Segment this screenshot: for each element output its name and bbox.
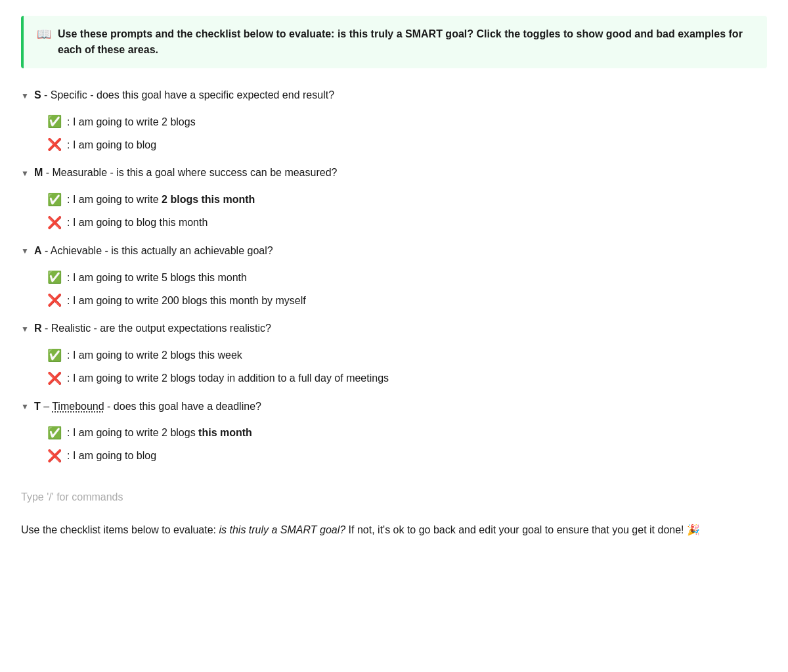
command-input-placeholder[interactable]: Type '/' for commands [21,483,767,511]
section-examples-S: ✅ : I am going to write 2 blogs ❌ : I am… [47,110,767,156]
chevron-icon-S: ▼ [21,91,29,101]
example-text-good-A: : I am going to write 5 blogs this month [67,270,247,286]
chevron-icon-M: ▼ [21,169,29,178]
section-header-R[interactable]: ▼ R - Realistic - are the output expecta… [21,317,767,340]
section-letter-M: M [34,167,43,178]
section-letter-S: S [34,89,41,101]
section-title-S: S - Specific - does this goal have a spe… [34,88,334,102]
section-header-M[interactable]: ▼ M - Measurable - is this a goal where … [21,162,767,184]
section-examples-T: ✅ : I am going to write 2 blogs this mon… [47,422,767,468]
example-good-S: ✅ : I am going to write 2 blogs [47,110,767,133]
bad-icon-M: ❌ [47,214,62,232]
section-header-T[interactable]: ▼ T – Timebound - does this goal have a … [21,395,767,418]
chevron-icon-T: ▼ [21,402,29,411]
good-icon-T: ✅ [47,424,62,442]
chevron-icon-R: ▼ [21,325,29,334]
bad-icon-S: ❌ [47,136,62,154]
section-title-M: M - Measurable - is this a goal where su… [34,166,338,180]
good-icon-R: ✅ [47,347,62,365]
section-title-R: R - Realistic - are the output expectati… [34,321,271,336]
chevron-icon-A: ▼ [21,246,29,256]
example-text-good-T: : I am going to write 2 blogs this month [67,425,252,441]
example-bad-R: ❌ : I am going to write 2 blogs today in… [47,367,767,390]
example-text-good-R: : I am going to write 2 blogs this week [67,347,242,363]
bad-icon-R: ❌ [47,370,62,388]
example-text-bad-M: : I am going to blog this month [67,215,208,231]
smart-section-M: ▼ M - Measurable - is this a goal where … [21,162,767,234]
bottom-text-before: Use the checklist items below to evaluat… [21,524,219,535]
example-good-R: ✅ : I am going to write 2 blogs this wee… [47,344,767,367]
section-letter-R: R [34,323,42,334]
example-bad-S: ❌ : I am going to blog [47,133,767,156]
bad-icon-A: ❌ [47,292,62,309]
smart-sections: ▼ S - Specific - does this goal have a s… [21,84,767,468]
section-title-A: A - Achievable - is this actually an ach… [34,244,273,258]
example-good-T: ✅ : I am going to write 2 blogs this mon… [47,422,767,445]
bold-text-M: 2 blogs this month [162,194,255,205]
section-examples-A: ✅ : I am going to write 5 blogs this mon… [47,266,767,312]
example-text-good-M: : I am going to write 2 blogs this month [67,192,255,208]
smart-section-T: ▼ T – Timebound - does this goal have a … [21,395,767,468]
section-letter-A: A [34,245,42,256]
bottom-text-after: If not, it's ok to go back and edit your… [345,524,700,535]
section-title-T: T – Timebound - does this goal have a de… [34,399,261,414]
callout-box: 📖 Use these prompts and the checklist be… [21,16,767,68]
callout-icon: 📖 [37,27,51,41]
good-icon-M: ✅ [47,191,62,209]
good-icon-A: ✅ [47,269,62,286]
bottom-text: Use the checklist items below to evaluat… [21,522,767,539]
smart-section-A: ▼ A - Achievable - is this actually an a… [21,240,767,312]
example-bad-M: ❌ : I am going to blog this month [47,212,767,235]
callout-text: Use these prompts and the checklist belo… [58,26,754,58]
example-text-bad-R: : I am going to write 2 blogs today in a… [67,370,389,386]
bottom-text-italic: is this truly a SMART goal? [219,524,345,535]
section-header-A[interactable]: ▼ A - Achievable - is this actually an a… [21,240,767,262]
bold-text-T: this month [198,427,252,438]
smart-section-S: ▼ S - Specific - does this goal have a s… [21,84,767,156]
example-good-M: ✅ : I am going to write 2 blogs this mon… [47,189,767,212]
bad-icon-T: ❌ [47,447,62,465]
example-text-bad-S: : I am going to blog [67,137,156,153]
example-good-A: ✅ : I am going to write 5 blogs this mon… [47,266,767,289]
example-text-bad-A: : I am going to write 200 blogs this mon… [67,293,306,309]
example-bad-T: ❌ : I am going to blog [47,445,767,468]
good-icon-S: ✅ [47,113,62,131]
section-letter-T: T [34,401,41,412]
section-header-S[interactable]: ▼ S - Specific - does this goal have a s… [21,84,767,106]
example-text-bad-T: : I am going to blog [67,448,156,464]
example-text-good-S: : I am going to write 2 blogs [67,114,196,130]
smart-section-R: ▼ R - Realistic - are the output expecta… [21,317,767,390]
section-examples-M: ✅ : I am going to write 2 blogs this mon… [47,189,767,235]
example-bad-A: ❌ : I am going to write 200 blogs this m… [47,289,767,312]
section-examples-R: ✅ : I am going to write 2 blogs this wee… [47,344,767,390]
